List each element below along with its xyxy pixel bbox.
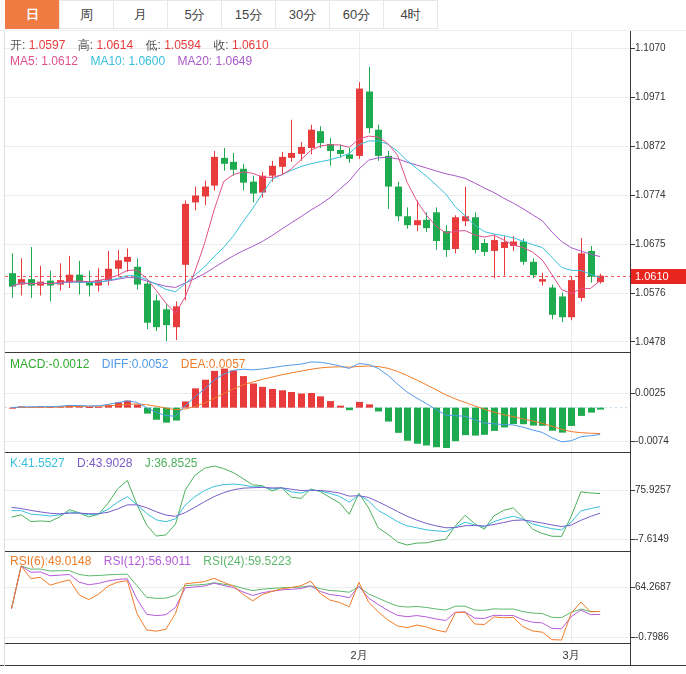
price-tick-label: 1.0774 (635, 189, 666, 201)
k-value: K:41.5527 (10, 456, 65, 470)
tab-5min[interactable]: 5分 (167, 0, 222, 29)
rsi24-value: RSI(24):59.5223 (203, 554, 291, 568)
price-tick-label: 1.0971 (635, 91, 666, 103)
high-label: 高: (78, 38, 93, 52)
trading-chart-app: 日 周 月 5分 15分 30分 60分 4时 开: 1.0597 高: 1.0… (0, 0, 686, 674)
kdj-readout: K:41.5527 D:43.9028 J:36.8525 (10, 456, 207, 470)
tab-day[interactable]: 日 (5, 0, 60, 29)
macd-tick-label: 0.0025 (635, 387, 666, 399)
low-value: 1.0594 (164, 38, 201, 52)
tab-week[interactable]: 周 (59, 0, 114, 29)
rsi-tick-label: 64.2687 (635, 581, 671, 593)
price-tick-label: 1.0872 (635, 140, 666, 152)
price-tick-label: 1.0675 (635, 238, 666, 250)
rsi12-value: RSI(12):56.9011 (104, 554, 191, 568)
price-tick-label: 1.1070 (635, 42, 666, 54)
rsi6-value: RSI(6):49.0148 (10, 554, 91, 568)
rsi-tick-label: -0.7986 (635, 631, 669, 643)
ma20-value: MA20: 1.0649 (177, 54, 252, 68)
rsi-readout: RSI(6):49.0148 RSI(12):56.9011 RSI(24):5… (10, 554, 300, 568)
macd-value: MACD:-0.0012 (10, 357, 89, 371)
close-label: 收: (213, 38, 228, 52)
open-value: 1.0597 (29, 38, 66, 52)
low-label: 低: (145, 38, 160, 52)
tab-15min[interactable]: 15分 (221, 0, 276, 29)
tab-60min[interactable]: 60分 (329, 0, 384, 29)
macd-readout: MACD:-0.0012 DIFF:0.0052 DEA:0.0057 (10, 357, 254, 371)
close-value: 1.0610 (232, 38, 269, 52)
tab-4hour[interactable]: 4时 (383, 0, 438, 29)
macd-tick-label: -0.0074 (635, 435, 669, 447)
current-price-badge: 1.0610 (631, 269, 686, 284)
candlestick-chart-canvas[interactable] (0, 0, 686, 674)
price-tick-label: 1.0576 (635, 287, 666, 299)
ma-readout: MA5: 1.0612 MA10: 1.0600 MA20: 1.0649 (10, 54, 261, 68)
tab-30min[interactable]: 30分 (275, 0, 330, 29)
high-value: 1.0614 (96, 38, 133, 52)
x-axis-label-feb: 2月 (350, 648, 367, 663)
ma10-value: MA10: 1.0600 (90, 54, 165, 68)
dea-value: DEA:0.0057 (181, 357, 246, 371)
d-value: D:43.9028 (77, 456, 132, 470)
j-value: J:36.8525 (145, 456, 198, 470)
kdj-tick-label: -7.6149 (635, 533, 669, 545)
open-label: 开: (10, 38, 25, 52)
price-tick-label: 1.0478 (635, 336, 666, 348)
tab-month[interactable]: 月 (113, 0, 168, 29)
diff-value: DIFF:0.0052 (102, 357, 169, 371)
ma5-value: MA5: 1.0612 (10, 54, 78, 68)
period-toolbar: 日 周 月 5分 15分 30分 60分 4时 (0, 0, 686, 30)
x-axis-label-mar: 3月 (562, 648, 579, 663)
ohlc-readout: 开: 1.0597 高: 1.0614 低: 1.0594 收: 1.0610 (10, 37, 278, 54)
kdj-tick-label: 75.9257 (635, 484, 671, 496)
